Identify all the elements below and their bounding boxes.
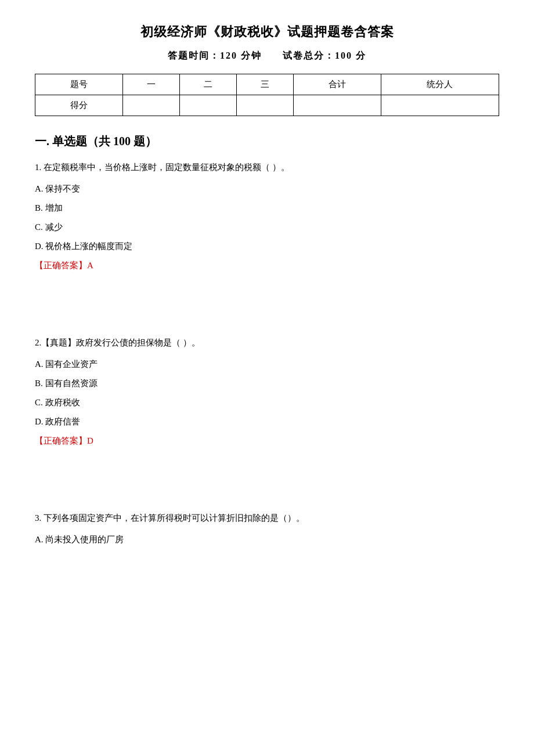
col-header-5: 统分人 [381,74,499,95]
score-row-label: 得分 [35,95,123,116]
answer-1-value: A [87,261,93,270]
question-2-option-b: B. 国有自然资源 [35,376,499,391]
score-table: 题号 一 二 三 合计 统分人 得分 [35,74,499,116]
col-header-4: 合计 [294,74,381,95]
question-1-option-c: C. 减少 [35,219,499,235]
question-1-option-b: B. 增加 [35,200,499,216]
col-header-0: 题号 [35,74,123,95]
question-1-option-d: D. 视价格上涨的幅度而定 [35,239,499,254]
score-cell-1 [122,95,179,116]
question-2-option-d: D. 政府信誉 [35,414,499,430]
score-cell-2 [179,95,236,116]
answer-2-value: D [87,436,93,445]
question-3-text: 3. 下列各项固定资产中，在计算所得税时可以计算折旧扣除的是（）。 [35,510,499,526]
col-header-2: 二 [179,74,236,95]
question-3: 3. 下列各项固定资产中，在计算所得税时可以计算折旧扣除的是（）。 A. 尚未投… [35,510,499,548]
spacer-3 [35,464,499,487]
question-1-option-a: A. 保持不变 [35,181,499,197]
score-cell-3 [236,95,293,116]
question-2-text: 2.【真题】政府发行公债的担保物是（ ）。 [35,335,499,351]
question-2-option-a: A. 国有企业资产 [35,357,499,372]
score-cell-5 [381,95,499,116]
exam-time: 答题时间：120 分钟 [168,51,262,60]
question-2: 2.【真题】政府发行公债的担保物是（ ）。 A. 国有企业资产 B. 国有自然资… [35,335,499,430]
exam-total-score: 试卷总分：100 分 [283,51,366,60]
page-title: 初级经济师《财政税收》试题押题卷含答案 [35,23,499,41]
answer-1-label: 【正确答案】 [35,261,87,270]
question-1-answer: 【正确答案】A [35,260,499,271]
section-1-title: 一. 单选题（共 100 题） [35,134,499,149]
col-header-1: 一 [122,74,179,95]
col-header-3: 三 [236,74,293,95]
question-2-option-c: C. 政府税收 [35,395,499,411]
exam-subtitle: 答题时间：120 分钟 试卷总分：100 分 [35,50,499,62]
question-1: 1. 在定额税率中，当价格上涨时，固定数量征税对象的税额（ ）。 A. 保持不变… [35,160,499,254]
answer-2-label: 【正确答案】 [35,436,87,445]
spacer-2 [35,312,499,335]
spacer-4 [35,487,499,510]
score-cell-4 [294,95,381,116]
question-2-answer: 【正确答案】D [35,435,499,447]
spacer-1 [35,289,499,312]
table-score-row: 得分 [35,95,499,116]
question-3-option-a: A. 尚未投入使用的厂房 [35,532,499,548]
question-1-text: 1. 在定额税率中，当价格上涨时，固定数量征税对象的税额（ ）。 [35,160,499,175]
table-header-row: 题号 一 二 三 合计 统分人 [35,74,499,95]
